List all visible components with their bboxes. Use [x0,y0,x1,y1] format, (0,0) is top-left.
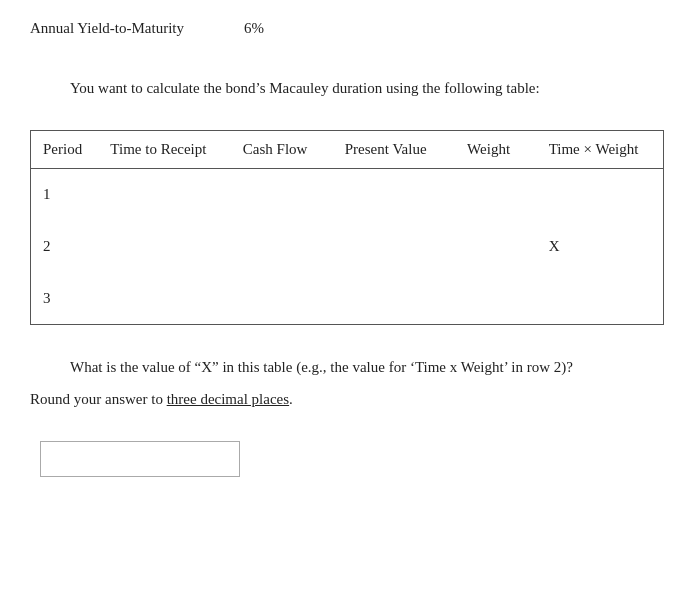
row3-time-weight [541,272,663,324]
row2-time-weight: X [541,220,663,272]
col-header-present-value: Present Value [337,131,459,169]
row3-weight [459,272,541,324]
col-header-period: Period [31,131,102,169]
annual-yield-label: Annual Yield-to-Maturity [30,20,184,37]
row3-period: 3 [31,272,102,324]
underline-text: three decimal places [167,391,289,407]
col-header-time-to-receipt: Time to Receipt [102,131,235,169]
table-row: 3 [31,272,663,324]
row2-cash-flow [235,220,337,272]
row1-period: 1 [31,168,102,220]
table-row: 2 X [31,220,663,272]
row2-weight [459,220,541,272]
row3-cash-flow [235,272,337,324]
row3-present-value [337,272,459,324]
row1-time-weight [541,168,663,220]
question-line1: What is the value of “X” in this table (… [70,355,664,379]
row2-period: 2 [31,220,102,272]
row2-present-value [337,220,459,272]
table-row: 1 [31,168,663,220]
col-header-cash-flow: Cash Flow [235,131,337,169]
row2-time-to-receipt [102,220,235,272]
row1-weight [459,168,541,220]
row1-cash-flow [235,168,337,220]
row1-time-to-receipt [102,168,235,220]
annual-yield-value: 6% [244,20,264,37]
col-header-weight: Weight [459,131,541,169]
round-note: Round your answer to three decimal place… [30,387,664,411]
duration-table: Period Time to Receipt Cash Flow Present… [30,130,664,326]
description-text: You want to calculate the bond’s Macaule… [70,77,664,100]
row3-time-to-receipt [102,272,235,324]
row1-present-value [337,168,459,220]
answer-input[interactable] [40,441,240,477]
col-header-time-weight: Time × Weight [541,131,663,169]
